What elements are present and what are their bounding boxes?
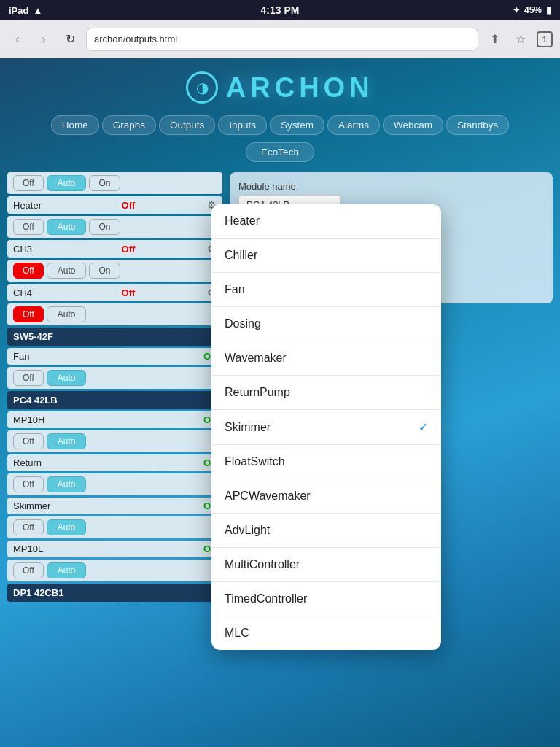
fan-off-btn[interactable]: Off [13,370,44,386]
dropdown-apcwavemaker-label: APCWavemaker [225,489,311,503]
mp10h-row: MP10H On [7,411,222,428]
reload-button[interactable]: ↻ [60,29,80,50]
module-name-label: Module name: [238,181,544,192]
on-btn-2[interactable]: On [89,219,120,235]
back-button[interactable]: ‹ [7,29,28,50]
heater-label: Heater [13,200,50,211]
nav-graphs[interactable]: Graphs [102,115,156,135]
off-btn-2[interactable]: Off [13,219,44,235]
on-btn-1[interactable]: On [89,175,120,191]
btn-row-2: Off Auto On [7,216,222,238]
return-label: Return [13,457,50,468]
dropdown-item-dosing[interactable]: Dosing [211,307,441,341]
btn-row-4: Off Auto [7,303,222,325]
ch3-row: CH3 Off ⚙ [7,240,222,258]
bluetooth-icon: ✦ [513,5,520,15]
off-btn-1[interactable]: Off [13,175,44,191]
dropdown-item-returnpump[interactable]: ReturnPump [211,376,441,410]
forward-button[interactable]: › [34,29,54,50]
ch3-label: CH3 [13,244,50,255]
dropdown-item-chiller[interactable]: Chiller [211,239,441,273]
btn-row-3: Off Auto On [7,260,222,282]
sw5-header: SW5-42F [7,328,222,346]
pc4-header: PC4 42LB [7,391,222,409]
function-dropdown: Heater Chiller Fan Dosing Wavemaker Retu… [211,204,441,650]
dropdown-item-advlight[interactable]: AdvLight [211,514,441,548]
url-bar[interactable]: archon/outputs.html [86,28,478,51]
dropdown-wavemaker-label: Wavemaker [225,352,287,365]
mp10h-label: MP10H [13,414,50,425]
auto-btn-1[interactable]: Auto [47,175,87,191]
skimmer-auto-btn[interactable]: Auto [47,519,87,535]
dropdown-fan-label: Fan [225,283,245,296]
battery-icon: ▮ [546,5,551,15]
btn-row-1: Off Auto On [7,172,222,194]
ch3-status: Off [122,244,136,255]
dropdown-item-timedcontroller[interactable]: TimedController [211,582,441,616]
dropdown-timedcontroller-label: TimedController [225,592,307,605]
dropdown-floatswitch-label: FloatSwitch [225,455,285,468]
mp10l-btn-row: Off Auto [7,560,222,581]
time-display: 4:13 PM [261,4,300,16]
dropdown-heater-label: Heater [225,214,260,228]
bookmark-button[interactable]: ☆ [510,29,531,50]
dropdown-item-mlc[interactable]: MLC [211,616,441,650]
fan-row: Fan On [7,348,222,365]
dropdown-returnpump-label: ReturnPump [225,386,290,399]
mp10h-btn-row: Off Auto [7,430,222,452]
skimmer-label: Skimmer [13,500,50,511]
dropdown-item-apcwavemaker[interactable]: APCWavemaker [211,479,441,514]
dropdown-dosing-label: Dosing [225,317,261,330]
dropdown-item-floatswitch[interactable]: FloatSwitch [211,445,441,479]
dropdown-mlc-label: MLC [225,627,249,640]
heater-row: Heater Off ⚙ [7,196,222,214]
mp10l-label: MP10L [13,543,50,554]
url-text: archon/outputs.html [94,34,177,44]
return-off-btn[interactable]: Off [13,476,44,492]
dropdown-item-fan[interactable]: Fan [211,273,441,307]
nav-inputs[interactable]: Inputs [218,115,267,135]
skimmer-row: Skimmer On [7,498,222,514]
mp10l-auto-btn[interactable]: Auto [47,562,87,578]
nav-outputs[interactable]: Outputs [159,115,215,135]
logo-text: ARCHON [226,72,374,103]
off-red-btn-3[interactable]: Off [13,263,44,279]
nav-system[interactable]: System [270,115,324,135]
auto-btn-2[interactable]: Auto [47,219,87,235]
mp10h-off-btn[interactable]: Off [13,433,44,449]
heater-status: Off [122,200,136,211]
dropdown-item-multicontroller[interactable]: MultiController [211,548,441,582]
return-btn-row: Off Auto [7,473,222,495]
carrier-label: iPad [9,5,28,16]
mp10h-auto-btn[interactable]: Auto [47,433,87,449]
nav-home[interactable]: Home [51,115,99,135]
status-bar: iPad ▲ 4:13 PM ✦ 45% ▮ [0,0,560,20]
tab-count[interactable]: 1 [537,31,553,47]
nav-alarms[interactable]: Alarms [327,115,380,135]
nav-standbys[interactable]: Standbys [446,115,509,135]
nav-webcam[interactable]: Webcam [383,115,443,135]
auto-btn-4[interactable]: Auto [47,306,87,322]
dropdown-item-wavemaker[interactable]: Wavemaker [211,341,441,376]
auto-btn-3[interactable]: Auto [47,263,87,279]
browser-bar: ‹ › ↻ archon/outputs.html ⬆ ☆ 1 [0,20,560,58]
mp10l-off-btn[interactable]: Off [13,562,44,578]
share-button[interactable]: ⬆ [484,29,505,50]
wifi-icon: ▲ [33,5,42,16]
selected-checkmark-icon: ✓ [419,420,428,434]
dropdown-advlight-label: AdvLight [225,524,270,537]
return-auto-btn[interactable]: Auto [47,476,87,492]
left-panel: Off Auto On Heater Off ⚙ Off Auto On CH3… [7,172,222,721]
nav-bar: Home Graphs Outputs Inputs System Alarms… [0,111,560,139]
fan-auto-btn[interactable]: Auto [47,370,87,386]
logo-icon: ◑ [186,71,218,104]
on-btn-3[interactable]: On [89,263,120,279]
ch4-status: Off [122,287,136,298]
dropdown-item-skimmer[interactable]: Skimmer ✓ [211,410,441,445]
dropdown-item-heater[interactable]: Heater [211,204,441,239]
off-red-btn-4[interactable]: Off [13,306,44,322]
nav-ecotech[interactable]: EcoTech [246,142,314,162]
dropdown-chiller-label: Chiller [225,249,257,262]
skimmer-off-btn[interactable]: Off [13,519,44,535]
main-content: ◑ ARCHON Home Graphs Outputs Inputs Syst… [0,58,560,747]
